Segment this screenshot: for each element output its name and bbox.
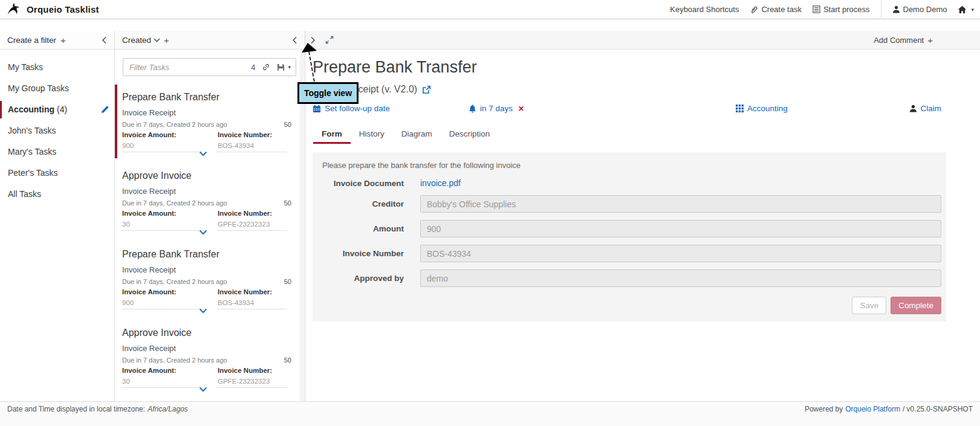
plus-icon: + xyxy=(60,35,66,45)
variable-label: Invoice Amount: xyxy=(122,366,203,375)
remove-due-date-icon[interactable]: ✕ xyxy=(518,105,524,113)
task-card[interactable]: Approve Invoice Invoice Receipt Due in 7… xyxy=(115,162,305,240)
keyboard-shortcuts-link[interactable]: Keyboard Shortcuts xyxy=(670,5,739,14)
start-process-button[interactable]: Start process xyxy=(813,5,870,14)
home-menu[interactable]: ▾ xyxy=(958,5,974,14)
variable-value: GPFE-23232323 xyxy=(218,377,287,388)
task-title: Approve Invoice xyxy=(122,170,291,181)
expand-list-icon[interactable] xyxy=(310,36,316,44)
floppy-disk-icon xyxy=(277,63,285,71)
user-menu[interactable]: Demo Demo xyxy=(892,5,947,14)
variable-label: Invoice Number: xyxy=(218,209,287,218)
calendar-icon xyxy=(313,105,321,113)
variable-value: GPFE-23232323 xyxy=(218,220,287,231)
timezone-value: Africa/Lagos xyxy=(148,405,188,413)
footer: Date and Time displayed in local timezon… xyxy=(0,401,980,426)
sidebar-item-marys-tasks[interactable]: Mary's Tasks xyxy=(0,141,114,163)
variable-label: Invoice Number: xyxy=(218,131,287,140)
caret-down-icon: ▾ xyxy=(288,64,291,70)
person-icon xyxy=(909,105,917,112)
maximize-icon[interactable] xyxy=(325,36,334,44)
task-meta: Due in 7 days, Created 2 hours ago xyxy=(122,199,227,207)
creditor-field xyxy=(420,195,941,213)
orca-logo-icon xyxy=(6,2,21,17)
tab-history[interactable]: History xyxy=(351,124,393,144)
sidebar-item-my-group-tasks[interactable]: My Group Tasks xyxy=(0,78,114,99)
task-title: Prepare Bank Transfer xyxy=(122,249,291,260)
caret-down-icon: ▾ xyxy=(971,7,974,13)
tab-description[interactable]: Description xyxy=(441,124,499,144)
field-label: Approved by xyxy=(322,274,404,283)
field-label: Amount xyxy=(322,224,404,233)
task-process: Invoice Receipt xyxy=(122,187,291,196)
version-label: / v0.25.0-SNAPSHOT xyxy=(903,405,973,413)
task-process: Invoice Receipt xyxy=(122,108,291,117)
top-navbar: Orqueio Tasklist Keyboard Shortcuts Crea… xyxy=(0,0,980,19)
app-brand[interactable]: Orqueio Tasklist xyxy=(6,2,99,17)
expand-variables-icon[interactable] xyxy=(199,230,207,235)
platform-link[interactable]: Orqueio Platform xyxy=(845,405,900,413)
task-list-panel: Created + 4 xyxy=(115,19,305,401)
timezone-label: Date and Time displayed in local timezon… xyxy=(7,405,145,413)
invoice-number-field xyxy=(420,245,941,262)
expand-variables-icon[interactable] xyxy=(199,151,207,157)
tab-form[interactable]: Form xyxy=(313,124,351,144)
invoice-pdf-link[interactable]: invoice.pdf xyxy=(420,178,461,188)
due-date-badge[interactable]: in 7 days ✕ xyxy=(469,104,524,113)
powered-by-label: Powered by xyxy=(805,405,843,413)
sidebar-item-peters-tasks[interactable]: Peter's Tasks xyxy=(0,163,114,184)
create-task-button[interactable]: Create task xyxy=(750,5,801,14)
sidebar-item-accounting[interactable]: Accounting(4) xyxy=(0,99,114,120)
chevron-down-icon xyxy=(154,38,160,42)
set-followup-date-button[interactable]: Set follow-up date xyxy=(313,104,390,113)
task-card[interactable]: Approve Invoice Invoice Receipt Due in 7… xyxy=(115,319,305,398)
group-badge[interactable]: Accounting xyxy=(736,104,788,113)
due-date-text: in 7 days xyxy=(480,104,513,113)
variable-label: Invoice Amount: xyxy=(122,209,203,218)
groups-grid-icon xyxy=(736,105,744,112)
sidebar-item-all-tasks[interactable]: All Tasks xyxy=(0,184,114,205)
task-form: Please prepare the bank transfer for the… xyxy=(313,152,946,321)
paperclip-icon xyxy=(750,5,758,14)
sidebar-item-johns-tasks[interactable]: John's Tasks xyxy=(0,120,114,141)
variable-label: Invoice Amount: xyxy=(122,288,203,297)
variable-label: Invoice Number: xyxy=(218,288,287,297)
approved-by-field xyxy=(420,269,941,287)
task-meta: Due in 7 days, Created 2 hours ago xyxy=(122,278,227,285)
external-link-icon[interactable] xyxy=(422,85,431,94)
task-process: Invoice Receipt xyxy=(122,344,291,353)
expand-variables-icon[interactable] xyxy=(199,308,207,314)
add-sort-icon[interactable]: + xyxy=(164,35,169,45)
detail-header: Add Comment + xyxy=(305,31,980,50)
task-card[interactable]: Prepare Bank Transfer Invoice Receipt Du… xyxy=(115,83,305,162)
expand-variables-icon[interactable] xyxy=(199,387,207,392)
copy-link-icon[interactable] xyxy=(262,63,270,71)
field-label: Invoice Document xyxy=(322,179,404,188)
collapse-sidebar-icon[interactable] xyxy=(102,36,107,44)
task-meta: Due in 7 days, Created 2 hours ago xyxy=(122,121,227,128)
create-filter-header[interactable]: Create a filter + xyxy=(0,31,114,50)
claim-button[interactable]: Claim xyxy=(909,104,941,113)
edit-filter-pencil-icon[interactable] xyxy=(101,106,109,114)
toggle-view-icon[interactable] xyxy=(292,36,297,44)
sort-by-dropdown[interactable]: Created xyxy=(122,36,160,45)
toggle-view-tooltip: Toggle view xyxy=(297,82,359,104)
task-priority: 50 xyxy=(284,121,291,128)
save-filter-button[interactable]: ▾ xyxy=(277,63,291,71)
complete-button[interactable]: Complete xyxy=(891,297,941,314)
task-card[interactable]: Prepare Bank Transfer Invoice Receipt Du… xyxy=(115,240,305,319)
tab-diagram[interactable]: Diagram xyxy=(393,124,441,144)
add-comment-button[interactable]: Add Comment + xyxy=(874,35,933,45)
app-title: Orqueio Tasklist xyxy=(27,4,99,15)
filter-count: (4) xyxy=(57,105,67,114)
sidebar-item-my-tasks[interactable]: My Tasks xyxy=(0,57,114,78)
detail-tabs: Form History Diagram Description xyxy=(313,124,980,144)
person-icon xyxy=(892,5,900,13)
task-count: 4 xyxy=(251,63,255,72)
home-icon xyxy=(958,5,967,14)
plus-icon: + xyxy=(927,35,933,45)
create-filter-label: Create a filter xyxy=(7,36,56,45)
save-button[interactable]: Save xyxy=(852,297,886,314)
workspace: Create a filter + My Tasks My Group Task… xyxy=(0,19,980,401)
filter-list: My Tasks My Group Tasks Accounting(4) Jo… xyxy=(0,50,114,205)
